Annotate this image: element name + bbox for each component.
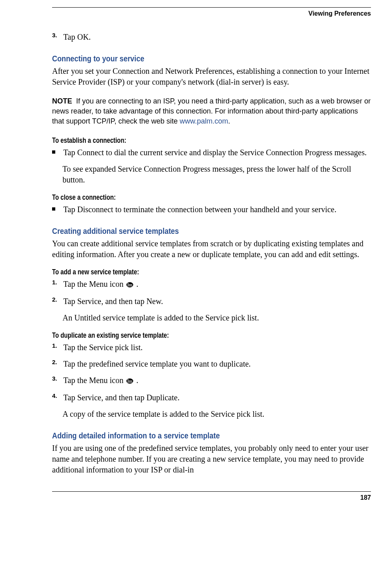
body-connecting: After you set your Connection and Networ… [52, 66, 371, 87]
menu-icon [126, 376, 133, 387]
step-number: 3. [52, 32, 62, 39]
note-block: NOTE If you are connecting to an ISP, yo… [52, 96, 371, 126]
step-text: Tap the Menu icon . [63, 279, 368, 290]
svg-rect-5 [127, 379, 129, 380]
heading-establish-connection: To establish a connection: [52, 136, 314, 145]
step-number: 3. [52, 375, 62, 382]
step-dup-4: 4. Tap Service, and then tap Duplicate. … [52, 392, 371, 420]
step-number: 4. [52, 392, 62, 399]
note-label: NOTE [52, 97, 72, 105]
square-bullet-icon [52, 207, 55, 211]
menu-icon [126, 280, 133, 290]
body-adding-detailed: If you are using one of the predefined s… [52, 443, 371, 475]
step-text: Tap the Service pick list. [63, 342, 368, 353]
bullet-establish: Tap Connect to dial the current service … [52, 147, 371, 185]
svg-rect-6 [127, 381, 132, 381]
svg-rect-1 [127, 283, 129, 284]
step-text: Tap OK. [63, 32, 368, 43]
step-dup-2: 2. Tap the predefined service template y… [52, 359, 371, 369]
step-add-1: 1. Tap the Menu icon . [52, 279, 371, 290]
step-text: Tap Service, and then tap New. [63, 296, 368, 307]
svg-rect-3 [127, 286, 132, 286]
step-number: 2. [52, 296, 62, 303]
step-subtext: An Untitled service template is added to… [62, 312, 371, 323]
heading-duplicate-template: To duplicate an existing service templat… [52, 331, 314, 340]
bullet-text: Tap Connect to dial the current service … [63, 147, 368, 158]
step-dup-3: 3. Tap the Menu icon . [52, 375, 371, 387]
step-3-tap-ok: 3. Tap OK. [52, 32, 371, 43]
svg-rect-2 [127, 284, 132, 285]
step-text: Tap the predefined service template you … [63, 359, 368, 369]
step-number: 1. [52, 342, 62, 349]
square-bullet-icon [52, 150, 55, 154]
note-text-after: . [228, 117, 230, 125]
step-text-before: Tap the Menu icon [63, 376, 125, 385]
note-link[interactable]: www.palm.com [180, 117, 228, 125]
step-dup-1: 1. Tap the Service pick list. [52, 342, 371, 353]
bullet-subtext: To see expanded Service Connection Progr… [62, 164, 371, 185]
step-subtext: A copy of the service template is added … [62, 409, 371, 420]
heading-connecting: Connecting to your service [52, 54, 323, 63]
step-text: Tap Service, and then tap Duplicate. [63, 392, 368, 403]
heading-adding-detailed: Adding detailed information to a service… [52, 431, 323, 440]
heading-add-template: To add a new service template: [52, 268, 314, 276]
step-text: Tap the Menu icon . [63, 375, 368, 387]
step-text-before: Tap the Menu icon [63, 280, 125, 288]
body-creating-templates: You can create additional service templa… [52, 238, 371, 260]
step-number: 2. [52, 359, 62, 365]
step-number: 1. [52, 279, 62, 286]
bullet-text: Tap Disconnect to terminate the connecti… [63, 204, 368, 215]
footer-rule [52, 491, 371, 492]
heading-creating-templates: Creating additional service templates [52, 226, 323, 236]
step-text-after: . [134, 376, 138, 385]
header-title: Viewing Preferences [52, 10, 371, 17]
page-number: 187 [52, 494, 371, 501]
bullet-close: Tap Disconnect to terminate the connecti… [52, 204, 371, 215]
svg-rect-7 [127, 382, 132, 382]
step-add-2: 2. Tap Service, and then tap New. An Unt… [52, 296, 371, 323]
step-text-after: . [134, 280, 138, 288]
heading-close-connection: To close a connection: [52, 193, 314, 202]
header-rule [52, 7, 371, 8]
